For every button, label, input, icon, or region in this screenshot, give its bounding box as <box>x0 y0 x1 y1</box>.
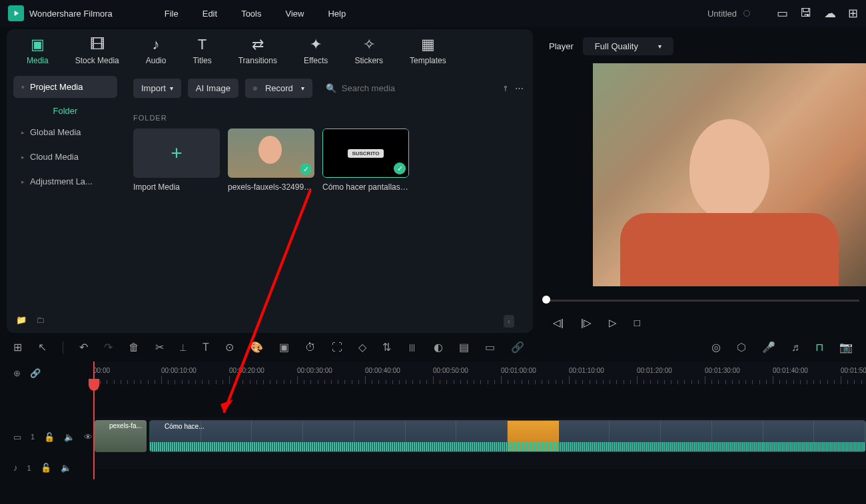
media-item-pexels[interactable]: ✓ pexels-fauxels-324993... <box>228 128 314 192</box>
menu-view[interactable]: View <box>273 9 316 19</box>
add-track-icon[interactable]: ⊕ <box>13 368 21 378</box>
lock-icon[interactable]: 🔓 <box>41 463 51 473</box>
snapshot-icon[interactable]: 📷 <box>839 341 853 354</box>
link-track-icon[interactable]: 🔗 <box>30 368 41 378</box>
tab-audio[interactable]: ♪Audio <box>146 36 167 65</box>
media-content: Import▾ AI Image Record▾ 🔍 ⫯ ⋯ FOLDER + … <box>124 72 533 310</box>
save-icon[interactable]: 🖫 <box>800 6 812 21</box>
time-ruler[interactable]: 00:0000:00:10:0000:00:20:0000:00:30:0000… <box>93 362 866 384</box>
menu-edit[interactable]: Edit <box>191 9 229 19</box>
check-icon: ✓ <box>394 162 406 174</box>
preview-panel: Player Full Quality▾ ◁| |▷ ▷ □ <box>540 29 866 333</box>
frame-icon[interactable]: ▣ <box>279 341 289 354</box>
monitor-icon[interactable]: ▭ <box>777 6 788 21</box>
record-button[interactable]: Record▾ <box>245 79 312 98</box>
menu-tools[interactable]: Tools <box>229 9 273 19</box>
redo-icon[interactable]: ↷ <box>104 341 113 354</box>
ai-image-button[interactable]: AI Image <box>188 79 238 98</box>
next-frame-icon[interactable]: |▷ <box>581 317 592 329</box>
mute-icon[interactable]: 🔈 <box>61 463 71 473</box>
playhead[interactable] <box>93 362 95 479</box>
folder-icon[interactable]: 🗀 <box>36 315 45 325</box>
clip-como-hacer[interactable]: Cómo hace... <box>149 420 866 452</box>
shield-icon[interactable]: ⬡ <box>737 341 746 354</box>
expand-icon[interactable]: ⛶ <box>332 342 342 354</box>
mask-icon[interactable]: ◐ <box>434 341 443 354</box>
grid-icon[interactable]: ⊞ <box>848 6 858 21</box>
import-media-card[interactable]: + Import Media <box>133 128 220 192</box>
timer-icon[interactable]: ⏱ <box>305 342 316 354</box>
import-button[interactable]: Import▾ <box>133 79 181 98</box>
quality-dropdown[interactable]: Full Quality▾ <box>583 37 673 55</box>
magnet-icon[interactable]: ⊓ <box>815 341 823 354</box>
sidebar-folder[interactable]: Folder <box>13 101 117 121</box>
undo-icon[interactable]: ↶ <box>79 341 88 354</box>
cloud-icon[interactable]: ☁ <box>824 6 836 21</box>
sidebar-item-cloud-media[interactable]: ▸Cloud Media <box>13 146 117 168</box>
text-icon[interactable]: T <box>203 342 209 354</box>
top-bar: Wondershare Filmora File Edit Tools View… <box>0 0 866 27</box>
collapse-icon[interactable]: ‹ <box>504 315 514 328</box>
keyframe-icon[interactable]: ◇ <box>358 341 366 354</box>
audio-track-head: ♪1 🔓 🔈 <box>0 456 93 479</box>
play-icon[interactable]: ▷ <box>609 317 617 329</box>
app-logo <box>8 5 24 21</box>
more-icon[interactable]: ⋯ <box>515 83 524 93</box>
tab-effects[interactable]: ✦Effects <box>304 36 328 65</box>
menu-file[interactable]: File <box>153 9 191 19</box>
timeline: ⊕🔗 00:0000:00:10:0000:00:20:0000:00:30:0… <box>0 362 866 479</box>
preview-viewport[interactable] <box>593 63 866 286</box>
menu-help[interactable]: Help <box>316 9 358 19</box>
sidebar-item-adjustment-layer[interactable]: ▸Adjustment La... <box>13 170 117 192</box>
media-item-como-hacer[interactable]: SUSCRITO✓ Cómo hacer pantallas ... <box>322 128 409 192</box>
clip-pexels[interactable]: pexels-fa... <box>95 420 147 452</box>
check-icon: ✓ <box>300 163 312 175</box>
mute-icon[interactable]: 🔈 <box>64 432 75 442</box>
search-input[interactable]: 🔍 <box>319 79 497 97</box>
edit-toolbar: ⊞ ↖ ↶ ↷ 🗑 ✂ ⟂ T ⊙ 🎨 ▣ ⏱ ⛶ ◇ ⇅ ⫼ ◐ ▤ ▭ 🔗 … <box>0 333 866 362</box>
audio-track-icon: ♪ <box>13 463 18 473</box>
tab-titles[interactable]: TTitles <box>193 36 211 65</box>
video-track[interactable]: pexels-fa... Cómo hace... <box>93 417 866 456</box>
video-track-head: ▭1 🔓 🔈 👁 <box>0 417 93 456</box>
apps-icon[interactable]: ⊞ <box>13 341 22 354</box>
video-track-icon: ▭ <box>13 432 21 442</box>
scrubber[interactable] <box>540 293 866 306</box>
music-icon[interactable]: ♬ <box>791 342 799 354</box>
adjust-icon[interactable]: ⇅ <box>382 341 391 354</box>
tab-stickers[interactable]: ✧Stickers <box>354 36 383 65</box>
audio-track[interactable] <box>93 456 866 469</box>
delete-icon[interactable]: 🗑 <box>129 342 139 354</box>
color-icon[interactable]: 🎨 <box>250 341 263 354</box>
tab-media[interactable]: ▣Media <box>27 36 49 65</box>
new-folder-icon[interactable]: 📁 <box>16 315 27 325</box>
audio-icon[interactable]: ⫼ <box>407 342 418 354</box>
speed-icon[interactable]: ⊙ <box>225 341 234 354</box>
search-icon: 🔍 <box>326 83 336 93</box>
tab-transitions[interactable]: ⇄Transitions <box>238 36 277 65</box>
player-label: Player <box>549 41 574 51</box>
crop-icon[interactable]: ⟂ <box>180 342 187 354</box>
app-name: Wondershare Filmora <box>29 9 113 19</box>
tab-stock-media[interactable]: 🎞Stock Media <box>75 36 119 65</box>
screen-icon[interactable]: ▭ <box>485 341 495 354</box>
marker-icon[interactable]: ◎ <box>711 341 721 354</box>
eye-icon[interactable]: 👁 <box>84 432 93 442</box>
tab-bar: ▣Media 🎞Stock Media ♪Audio TTitles ⇄Tran… <box>7 29 533 72</box>
mic-icon[interactable]: 🎤 <box>762 341 775 354</box>
tab-templates[interactable]: ▦Templates <box>410 36 446 65</box>
lock-icon[interactable]: 🔓 <box>44 432 55 442</box>
filter-icon[interactable]: ⫯ <box>504 83 508 93</box>
stop-icon[interactable]: □ <box>634 317 640 329</box>
sidebar-item-project-media[interactable]: ▾Project Media <box>13 76 117 98</box>
cut-icon[interactable]: ✂ <box>155 341 164 354</box>
sidebar-item-global-media[interactable]: ▸Global Media <box>13 121 117 143</box>
prev-frame-icon[interactable]: ◁| <box>553 317 564 329</box>
folder-label: FOLDER <box>133 114 524 122</box>
layers-icon[interactable]: ▤ <box>459 341 469 354</box>
verified-icon <box>743 10 750 17</box>
media-sidebar: ▾Project Media Folder ▸Global Media ▸Clo… <box>7 72 124 310</box>
select-icon[interactable]: ↖ <box>38 341 47 354</box>
link-icon[interactable]: 🔗 <box>511 341 524 354</box>
project-title: Untitled <box>707 9 737 19</box>
